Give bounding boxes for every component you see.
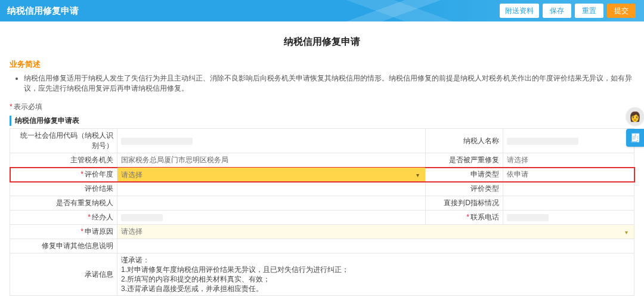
header-buttons: 附送资料 保存 重置 提交 — [500, 4, 636, 18]
label-full-repair: 是否被严重修复 — [426, 153, 503, 168]
commitment-text: 谨承诺： 1.对申请修复年度纳税信用评价结果无异议，且已对失信行为进行纠正； 2… — [117, 253, 634, 296]
value-phone[interactable] — [503, 211, 634, 225]
label-agent-text: 经办人 — [92, 213, 113, 221]
required-star-icon: * — [88, 213, 91, 221]
attach-button[interactable]: 附送资料 — [500, 4, 539, 18]
section-business-heading: 业务简述 — [10, 59, 634, 70]
label-commitment: 承诺信息 — [10, 253, 117, 296]
value-d-indicator — [503, 196, 634, 211]
label-apply-type: 申请类型 — [426, 168, 503, 182]
label-eval-result: 评价结果 — [10, 182, 117, 196]
form-row: 主管税务机关 国家税务总局厦门市思明区税务局 是否被严重修复 请选择 — [10, 153, 634, 168]
floating-widgets: 👩 🧾 — [626, 107, 644, 147]
label-phone-text: 联系电话 — [470, 213, 499, 221]
label-phone: *联系电话 — [426, 211, 503, 225]
form-row: 修复申请其他信息说明 — [10, 239, 634, 253]
masked-value — [121, 214, 163, 221]
masked-value — [507, 138, 578, 145]
value-uscc — [117, 129, 426, 153]
masked-value — [507, 214, 549, 221]
label-eval-year-text: 评价年度 — [85, 170, 113, 178]
save-button[interactable]: 保存 — [543, 4, 571, 18]
page-body: 纳税信用修复申请 业务简述 纳税信用修复适用于纳税人发生了失信行为并且主动纠正、… — [0, 21, 644, 300]
full-repair-select-text: 请选择 — [507, 156, 528, 164]
value-agent[interactable] — [117, 211, 426, 225]
label-reason-text: 申请原因 — [85, 227, 113, 236]
commitment-line: 1.对申请修复年度纳税信用评价结果无异议，且已对失信行为进行纠正； — [121, 265, 630, 274]
app-header: 纳税信用修复申请 附送资料 保存 重置 提交 — [0, 0, 644, 21]
required-star-icon: * — [80, 170, 83, 178]
app-title: 纳税信用修复申请 — [7, 5, 79, 17]
header-decoration — [310, 0, 489, 21]
side-panel-toggle[interactable]: 🧾 — [626, 129, 644, 147]
label-eval-kind: 评价类型 — [426, 182, 503, 196]
value-apply-type: 依申请 — [503, 168, 634, 182]
form-caption: 纳税信用修复申请表 — [10, 116, 634, 126]
required-note-text: 表示必填 — [14, 103, 42, 111]
label-eval-year: *评价年度 — [10, 168, 117, 182]
reset-button[interactable]: 重置 — [575, 4, 603, 18]
reason-placeholder: 请选择 — [121, 227, 143, 236]
form-row: 承诺信息 谨承诺： 1.对申请修复年度纳税信用评价结果无异议，且已对失信行为进行… — [10, 253, 634, 296]
label-authority: 主管税务机关 — [10, 153, 117, 168]
commitment-line: 2.所填写的内容和提交的相关材料真实、有效； — [121, 274, 630, 284]
chevron-down-icon: ▾ — [416, 171, 419, 178]
required-star-icon: * — [466, 213, 469, 221]
value-authority: 国家税务总局厦门市思明区税务局 — [117, 153, 426, 168]
other-note-textarea[interactable] — [117, 239, 634, 253]
form-row: 统一社会信用代码（纳税人识别号） 纳税人名称 — [10, 129, 634, 153]
form-row: 是否有重复纳税人 直接判D指标情况 — [10, 196, 634, 211]
label-has-severe: 是否有重复纳税人 — [10, 196, 117, 211]
label-taxpayer-name: 纳税人名称 — [426, 129, 503, 153]
commitment-intro: 谨承诺： — [121, 255, 630, 265]
form-row: *申请原因 请选择 ▾ — [10, 225, 634, 239]
business-item: 纳税信用修复适用于纳税人发生了失信行为并且主动纠正、消除不良影响后向税务机关申请… — [24, 73, 634, 94]
label-reason: *申请原因 — [10, 225, 117, 239]
value-eval-kind — [503, 182, 634, 196]
label-other-note: 修复申请其他信息说明 — [10, 239, 117, 253]
form-row: *评价年度 ▾ 申请类型 依申请 — [10, 168, 634, 182]
required-star-icon: * — [80, 227, 83, 236]
eval-year-select[interactable]: ▾ — [117, 168, 426, 182]
value-taxpayer-name — [503, 129, 634, 153]
assistant-avatar-icon[interactable]: 👩 — [626, 107, 644, 125]
value-full-repair[interactable]: 请选择 — [503, 153, 634, 168]
commitment-line: 3.违背承诺自愿接受惩戒，并承担相应责任。 — [121, 284, 630, 293]
reason-select[interactable]: 请选择 ▾ — [117, 225, 634, 239]
page-title: 纳税信用修复申请 — [10, 36, 634, 48]
eval-year-input[interactable] — [121, 171, 422, 179]
business-list: 纳税信用修复适用于纳税人发生了失信行为并且主动纠正、消除不良影响后向税务机关申请… — [24, 73, 634, 94]
value-eval-result — [117, 182, 426, 196]
required-star-icon: * — [10, 103, 13, 111]
label-d-indicator: 直接判D指标情况 — [426, 196, 503, 211]
application-form: 统一社会信用代码（纳税人识别号） 纳税人名称 主管税务机关 国家税务总局厦门市思… — [10, 128, 634, 296]
label-agent: *经办人 — [10, 211, 117, 225]
value-has-severe — [117, 196, 426, 211]
masked-value — [121, 138, 193, 145]
submit-button[interactable]: 提交 — [607, 4, 636, 18]
form-row: *经办人 *联系电话 — [10, 211, 634, 225]
form-row: 评价结果 评价类型 — [10, 182, 634, 196]
required-note: *表示必填 — [10, 102, 634, 112]
chevron-down-icon: ▾ — [625, 228, 628, 235]
label-uscc: 统一社会信用代码（纳税人识别号） — [10, 129, 117, 153]
